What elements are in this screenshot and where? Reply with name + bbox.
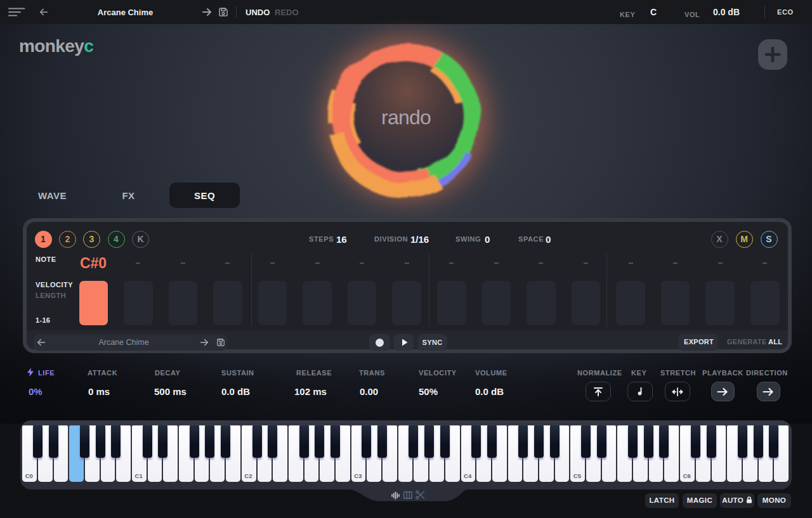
svg-text:rando: rando: [381, 106, 431, 129]
